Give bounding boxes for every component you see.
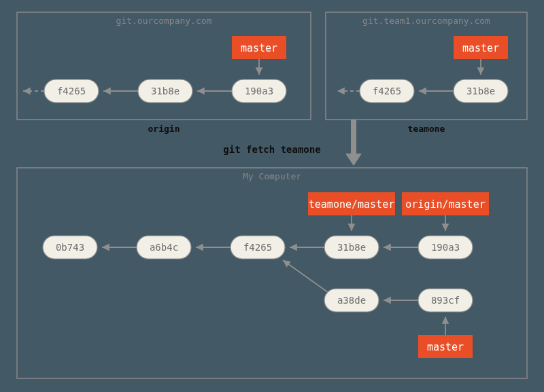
- svg-text:31b8e: 31b8e: [337, 242, 366, 253]
- local-commit-31b8e: 31b8e: [324, 236, 379, 259]
- svg-text:f4265: f4265: [243, 242, 272, 253]
- svg-text:0b743: 0b743: [56, 242, 84, 253]
- local-commit-a38de: a38de: [324, 289, 379, 312]
- local-commit-893cf: 893cf: [418, 289, 473, 312]
- local-commit-0b743: 0b743: [43, 236, 97, 259]
- svg-rect-13: [326, 12, 527, 120]
- fetch-arrow: git fetch teamone: [223, 120, 362, 166]
- svg-text:f4265: f4265: [57, 86, 86, 96]
- teamone-commit-31b8e: 31b8e: [454, 79, 508, 103]
- svg-text:f4265: f4265: [373, 86, 401, 96]
- origin-commit-190a3: 190a3: [232, 79, 286, 103]
- svg-text:893cf: 893cf: [431, 295, 460, 306]
- origin-commit-31b8e: 31b8e: [138, 79, 192, 103]
- local-master-ref: master: [418, 335, 473, 358]
- svg-text:190a3: 190a3: [431, 242, 460, 253]
- fetch-command-label: git fetch teamone: [223, 144, 320, 155]
- local-commit-190a3: 190a3: [418, 236, 473, 259]
- svg-text:master: master: [462, 42, 499, 54]
- origin-master-remote-ref: origin/master: [402, 192, 489, 215]
- teamone-master-ref: master: [454, 36, 508, 59]
- teamone-label: teamone: [408, 124, 445, 134]
- origin-commit-f4265: f4265: [44, 79, 99, 103]
- teamone-remote-box: git.team1.ourcompany.com master f4265 31…: [326, 12, 527, 134]
- svg-text:origin/master: origin/master: [405, 198, 485, 211]
- svg-text:master: master: [241, 42, 277, 54]
- teamone-title: git.team1.ourcompany.com: [362, 16, 490, 26]
- svg-text:a38de: a38de: [337, 295, 366, 306]
- svg-text:master: master: [427, 341, 464, 353]
- svg-text:31b8e: 31b8e: [151, 86, 180, 96]
- origin-title: git.ourcompany.com: [116, 16, 212, 26]
- teamone-commit-f4265: f4265: [360, 79, 414, 103]
- local-commit-f4265: f4265: [231, 236, 285, 259]
- svg-text:teamone/master: teamone/master: [309, 198, 394, 211]
- origin-label: origin: [148, 124, 180, 134]
- local-commit-a6b4c: a6b4c: [137, 236, 191, 259]
- svg-line-50: [283, 260, 328, 292]
- local-title: My Computer: [243, 171, 301, 181]
- svg-text:a6b4c: a6b4c: [150, 242, 178, 253]
- svg-text:190a3: 190a3: [245, 86, 273, 96]
- origin-master-ref: master: [232, 36, 286, 59]
- local-box: My Computer teamone/master origin/master…: [17, 168, 527, 378]
- origin-remote-box: git.ourcompany.com master f4265 31b8e 19…: [17, 12, 311, 134]
- svg-rect-0: [17, 12, 311, 120]
- svg-text:31b8e: 31b8e: [466, 86, 495, 96]
- teamone-master-remote-ref: teamone/master: [308, 192, 395, 215]
